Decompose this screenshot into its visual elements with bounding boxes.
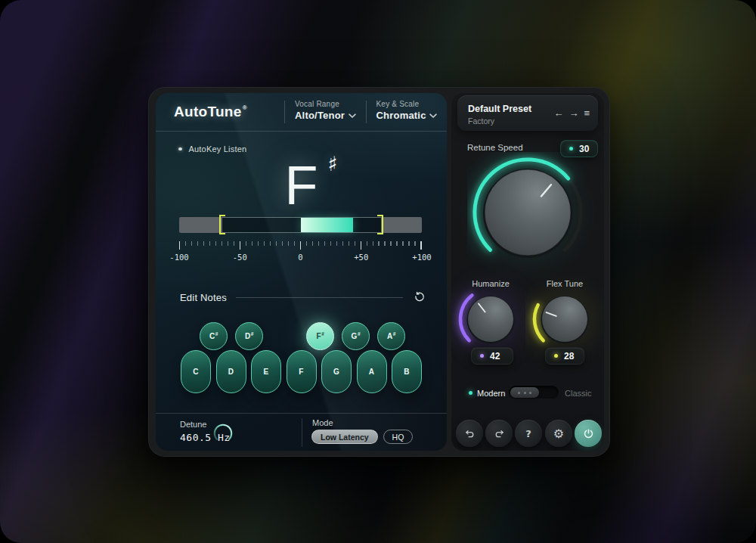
- ruler-tick: [288, 241, 289, 246]
- power-button[interactable]: [575, 420, 602, 447]
- note-key-label: D: [228, 368, 234, 376]
- note-key-g[interactable]: G: [321, 350, 352, 393]
- meter-bracket-high[interactable]: [377, 215, 383, 234]
- power-icon: [582, 427, 595, 440]
- menu-icon[interactable]: ≡: [584, 108, 590, 118]
- ruler-tick: [384, 241, 385, 246]
- meter-bracket-low[interactable]: [219, 215, 225, 234]
- sharp-sign: #: [358, 331, 361, 337]
- note-key-label: B: [404, 368, 409, 376]
- note-key-fsharp[interactable]: F#: [306, 322, 334, 350]
- note-key-f[interactable]: F: [287, 350, 317, 393]
- toggle-modern-label[interactable]: Modern: [477, 389, 505, 398]
- settings-icon: ⚙: [553, 427, 564, 441]
- ruler-tick: [373, 241, 373, 246]
- note-key-label: F: [316, 332, 321, 340]
- plugin-window: AutoTune® Vocal Range Alto/Tenor Key & S…: [148, 87, 610, 457]
- detune-knob[interactable]: [212, 422, 234, 448]
- sharp-sign: #: [251, 331, 254, 337]
- ruler-tick: [203, 241, 204, 246]
- ruler-tick: [276, 241, 277, 246]
- reset-notes-button[interactable]: [412, 290, 426, 304]
- meter-out-of-range-left: [179, 217, 222, 233]
- ruler-tick: [330, 241, 331, 246]
- note-key-asharp[interactable]: A#: [377, 322, 405, 350]
- note-key-c[interactable]: C: [181, 350, 211, 393]
- ruler-tick: [185, 241, 186, 246]
- note-key-dsharp[interactable]: D#: [235, 322, 263, 350]
- ruler-tick: [367, 241, 367, 246]
- pitch-meter[interactable]: [179, 217, 422, 233]
- ruler-tick: [246, 241, 246, 246]
- note-key-label: G: [352, 332, 358, 340]
- note-key-a[interactable]: A: [357, 350, 387, 393]
- flex-tune-value-badge[interactable]: 28: [545, 347, 584, 365]
- detected-note-display: F ♯: [156, 158, 447, 213]
- grip-dot: [518, 392, 520, 394]
- ruler-tick: [300, 241, 301, 250]
- redo-button[interactable]: [485, 420, 513, 447]
- ruler-tick: [270, 241, 271, 246]
- ruler-tick: [222, 241, 222, 246]
- note-key-csharp[interactable]: C#: [200, 322, 228, 350]
- header-bar: AutoTune® Vocal Range Alto/Tenor Key & S…: [156, 93, 447, 132]
- ruler-tick: [215, 241, 216, 246]
- detune-label: Detune: [180, 420, 206, 429]
- humanize-value-badge[interactable]: 42: [471, 347, 513, 365]
- arrow-right-icon[interactable]: →: [569, 108, 578, 118]
- ruler-tick: [197, 241, 198, 246]
- meter-scale-label: -100: [169, 253, 188, 262]
- natural-notes-row: CDEFGAB: [181, 350, 422, 393]
- ruler-tick: [390, 241, 391, 246]
- mode-hq-button[interactable]: HQ: [383, 430, 414, 444]
- modern-classic-toggle[interactable]: [509, 386, 559, 399]
- registered-mark: ®: [243, 104, 247, 111]
- note-key-gsharp[interactable]: G#: [342, 322, 370, 350]
- bottom-bar-divider: [302, 418, 302, 447]
- toggle-classic-label[interactable]: Classic: [565, 389, 591, 398]
- note-key-b[interactable]: B: [392, 350, 422, 393]
- retune-speed-knob[interactable]: [467, 152, 588, 276]
- sharp-sign: #: [393, 331, 396, 337]
- mode-low-latency-button[interactable]: Low Latency: [311, 430, 378, 444]
- redo-icon: [493, 427, 506, 440]
- ruler-tick: [408, 241, 409, 246]
- preset-selector[interactable]: Default Preset Factory ←→≡: [457, 95, 598, 131]
- ruler-tick: [258, 241, 259, 246]
- ruler-tick: [414, 241, 415, 246]
- ruler-tick: [228, 241, 228, 246]
- undo-button[interactable]: [456, 420, 483, 447]
- meter-ruler: [179, 241, 422, 250]
- meter-scale-label: +50: [354, 253, 368, 262]
- note-key-e[interactable]: E: [251, 350, 281, 393]
- mode-label: Mode: [312, 418, 333, 427]
- logo-cell: AutoTune®: [156, 93, 284, 131]
- autokey-listen-button[interactable]: AutoKey Listen: [178, 144, 246, 154]
- vocal-range-dropdown[interactable]: Vocal Range Alto/Tenor: [285, 93, 366, 131]
- humanize-value: 42: [490, 351, 500, 361]
- ruler-tick: [420, 241, 421, 250]
- note-key-label: F: [299, 368, 303, 376]
- note-key-d[interactable]: D: [216, 350, 246, 393]
- autokey-label: AutoKey Listen: [189, 144, 247, 154]
- divider-line: [236, 297, 403, 298]
- ruler-tick: [378, 241, 379, 246]
- ruler-tick: [252, 241, 253, 246]
- toggle-handle[interactable]: [510, 387, 539, 398]
- edit-notes-label: Edit Notes: [180, 292, 227, 303]
- side-panel: Default Preset Factory ←→≡ Retune Speed …: [451, 93, 604, 451]
- preset-nav: ←→≡: [553, 95, 590, 131]
- arrow-left-icon[interactable]: ←: [553, 108, 563, 118]
- ruler-tick: [312, 241, 313, 246]
- bottom-bar: Detune 460.5 Hz Mode Low LatencyHQ: [156, 413, 447, 451]
- help-button[interactable]: ?: [515, 420, 542, 447]
- ruler-tick: [191, 241, 192, 246]
- sharp-sign: #: [215, 331, 218, 337]
- note-gap: [271, 322, 299, 350]
- reset-icon: [413, 291, 426, 304]
- settings-button[interactable]: ⚙: [545, 420, 572, 447]
- key-scale-dropdown[interactable]: Key & Scale Chromatic: [367, 93, 448, 131]
- ruler-tick: [179, 241, 180, 250]
- sharp-sign: #: [321, 331, 324, 337]
- ruler-tick: [396, 241, 397, 246]
